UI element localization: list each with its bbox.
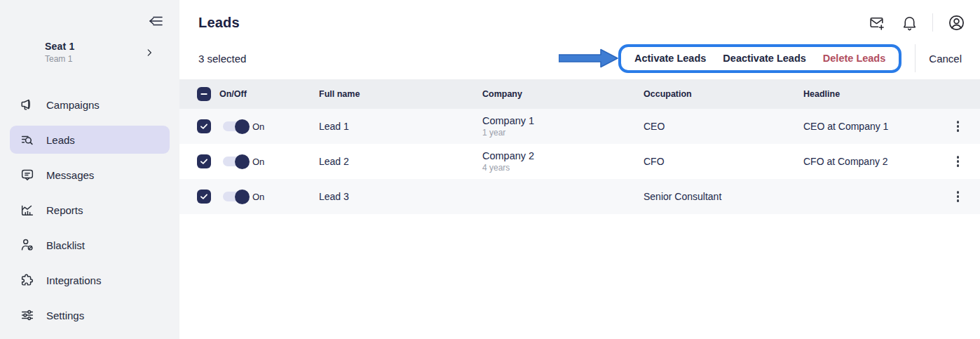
- chart-icon: [20, 202, 35, 218]
- sidebar-item-label: Reports: [46, 204, 83, 216]
- lead-company: Company 1: [482, 115, 644, 126]
- lead-occupation: CFO: [644, 156, 803, 167]
- sidebar-item-label: Messages: [46, 169, 94, 181]
- row-checkbox[interactable]: [197, 154, 211, 168]
- deactivate-leads-button[interactable]: Deactivate Leads: [723, 53, 805, 64]
- cancel-divider: [915, 44, 916, 72]
- table-header-row: On/Off Full name Company Occupation Head…: [179, 79, 980, 109]
- lead-headline: CEO at Company 1: [803, 121, 942, 132]
- puzzle-icon: [20, 272, 35, 288]
- sidebar-nav: Campaigns Leads: [0, 91, 179, 329]
- megaphone-icon: [20, 97, 35, 112]
- row-checkbox[interactable]: [197, 119, 211, 133]
- lead-company: Company 2: [482, 150, 644, 161]
- sliders-icon: [20, 307, 35, 323]
- on-off-toggle[interactable]: [223, 192, 248, 201]
- table-row: On Lead 3 Senior Consultant: [179, 179, 980, 214]
- sidebar-item-settings[interactable]: Settings: [10, 301, 170, 329]
- toggle-label: On: [252, 192, 264, 202]
- on-off-toggle[interactable]: [223, 157, 248, 166]
- column-header-onoff: On/Off: [219, 89, 319, 99]
- lead-full-name: Lead 2: [319, 156, 482, 167]
- row-menu-kebab-icon[interactable]: [953, 118, 964, 135]
- lead-headline: CFO at Company 2: [803, 156, 942, 167]
- toggle-label: On: [252, 157, 264, 167]
- select-all-checkbox[interactable]: [197, 87, 211, 101]
- activate-leads-button[interactable]: Activate Leads: [634, 53, 706, 64]
- avatar-icon[interactable]: [947, 13, 966, 32]
- lead-tenure: 1 year: [482, 128, 644, 138]
- table-row: On Lead 1 Company 1 1 year CEO CEO at Co…: [179, 109, 980, 144]
- bulk-actions-highlight-box: Activate Leads Deactivate Leads Delete L…: [618, 44, 901, 73]
- lead-occupation: Senior Consultant: [644, 191, 803, 202]
- sidebar-item-blacklist[interactable]: Blacklist: [10, 231, 170, 259]
- lead-search-icon: [20, 132, 35, 147]
- collapse-sidebar-icon[interactable]: [147, 13, 164, 29]
- selected-count: 3 selected: [198, 53, 246, 65]
- table-row: On Lead 2 Company 2 4 years CFO CFO at C…: [179, 144, 980, 179]
- mail-plus-icon[interactable]: [868, 14, 885, 32]
- leads-table: On/Off Full name Company Occupation Head…: [179, 79, 980, 214]
- row-menu-kebab-icon[interactable]: [953, 188, 964, 205]
- main-content: Leads: [179, 0, 980, 339]
- lead-full-name: Lead 3: [319, 191, 482, 202]
- row-menu-kebab-icon[interactable]: [953, 153, 964, 170]
- sidebar: Seat 1 Team 1 Campaigns: [0, 0, 179, 339]
- cancel-button[interactable]: Cancel: [929, 53, 962, 65]
- seat-subtitle: Team 1: [45, 54, 144, 64]
- message-bubble-icon: [20, 167, 35, 182]
- row-checkbox[interactable]: [197, 190, 211, 204]
- sidebar-item-integrations[interactable]: Integrations: [10, 266, 170, 294]
- sidebar-item-reports[interactable]: Reports: [10, 196, 170, 224]
- lead-tenure: 4 years: [482, 163, 644, 173]
- on-off-toggle[interactable]: [223, 121, 248, 131]
- column-header-occupation: Occupation: [644, 89, 803, 99]
- selection-bar: 3 selected Activate Leads Deactivate Lea…: [179, 43, 980, 74]
- header-divider: [932, 13, 933, 32]
- toggle-label: On: [252, 121, 264, 132]
- sidebar-item-label: Integrations: [46, 274, 101, 286]
- bell-icon[interactable]: [901, 14, 918, 32]
- sidebar-item-campaigns[interactable]: Campaigns: [10, 91, 170, 119]
- chevron-right-icon: [144, 48, 154, 58]
- seat-selector[interactable]: Seat 1 Team 1: [45, 41, 165, 64]
- column-header-headline: Headline: [803, 89, 942, 99]
- sidebar-item-label: Blacklist: [46, 239, 85, 251]
- page-title: Leads: [198, 15, 240, 31]
- sidebar-item-label: Leads: [46, 134, 75, 146]
- titlebar: Leads: [179, 0, 980, 34]
- annotation-arrow-icon: [559, 48, 619, 69]
- sidebar-item-leads[interactable]: Leads: [10, 126, 170, 154]
- lead-occupation: CEO: [644, 121, 803, 132]
- lead-full-name: Lead 1: [319, 121, 482, 132]
- sidebar-item-label: Settings: [46, 310, 84, 321]
- column-header-full-name: Full name: [319, 89, 482, 99]
- blocked-person-icon: [20, 237, 35, 253]
- seat-title: Seat 1: [45, 41, 144, 52]
- sidebar-item-label: Campaigns: [46, 99, 100, 111]
- delete-leads-button[interactable]: Delete Leads: [823, 53, 885, 64]
- column-header-company: Company: [482, 89, 644, 99]
- sidebar-item-messages[interactable]: Messages: [10, 161, 170, 189]
